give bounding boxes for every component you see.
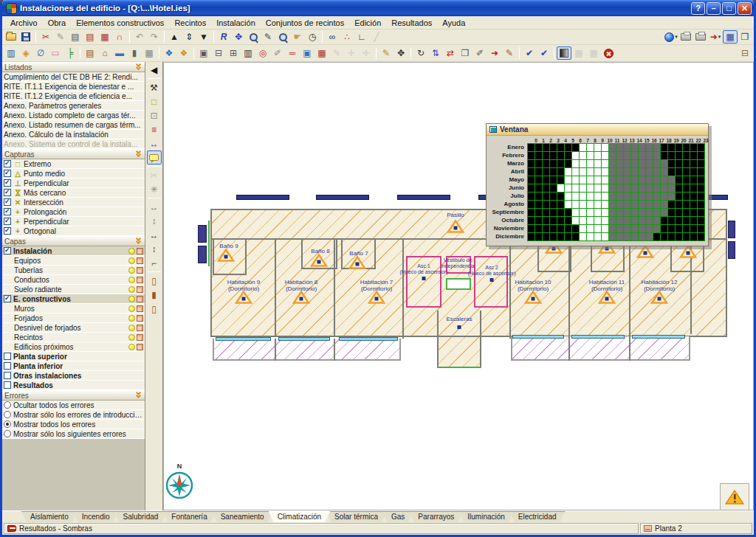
listado-item-rite-it-1-1-exigencia-de-bienestar-e[interactable]: RITE. IT.1.1 Exigencia de bienestar e ..… bbox=[2, 82, 145, 91]
column-2-icon[interactable]: ▯ bbox=[147, 302, 162, 316]
warning-marker[interactable] bbox=[348, 256, 366, 273]
visibility-bulb-icon[interactable] bbox=[128, 305, 135, 312]
detail-box-icon[interactable]: ▣ bbox=[300, 46, 315, 60]
radiator-icon[interactable]: ▥ bbox=[241, 46, 255, 60]
redo-icon[interactable]: ↷ bbox=[147, 30, 162, 44]
erase-icon[interactable]: ✐ bbox=[472, 46, 487, 60]
capa-item-desnivel-de-forjados[interactable]: Desnivel de forjados bbox=[2, 323, 145, 333]
resize-h-icon[interactable]: ↔ bbox=[147, 228, 162, 242]
view-3d-cube-icon[interactable] bbox=[137, 248, 143, 254]
view-3d-cube-icon[interactable] bbox=[137, 277, 143, 283]
visibility-bulb-icon[interactable] bbox=[128, 248, 135, 254]
layer-down-icon[interactable]: ▼ bbox=[196, 30, 211, 44]
view-3d-cube-icon[interactable] bbox=[137, 305, 143, 312]
visibility-bulb-icon[interactable] bbox=[128, 334, 135, 341]
warning-marker[interactable] bbox=[679, 245, 697, 262]
zoom-window-icon[interactable] bbox=[246, 30, 261, 44]
checkbox[interactable] bbox=[4, 295, 11, 302]
north-compass-icon[interactable]: ∅ bbox=[33, 46, 48, 60]
align-2-icon[interactable]: ✛ bbox=[359, 46, 374, 60]
panel-header-capas[interactable]: Capas bbox=[2, 236, 145, 246]
panel-header-errores[interactable]: Errores bbox=[2, 390, 145, 401]
pan-icon[interactable]: ☛ bbox=[290, 30, 305, 44]
visibility-bulb-icon[interactable] bbox=[128, 277, 135, 283]
listado-item-anexo-listado-completo-de-cargas-ter[interactable]: Anexo. Listado completo de cargas tér... bbox=[2, 111, 145, 120]
capa-item-tuberias[interactable]: Tuberías bbox=[2, 266, 145, 275]
trim-icon[interactable]: ✂ bbox=[147, 168, 162, 182]
copy-icon[interactable]: ❐ bbox=[458, 46, 472, 60]
undo-icon[interactable]: ↶ bbox=[132, 30, 147, 44]
print-preview-icon[interactable] bbox=[693, 30, 708, 44]
tab-saneamiento[interactable]: Saneamiento bbox=[212, 511, 273, 522]
capa-extra-planta-inferior[interactable]: Planta inferior bbox=[2, 361, 145, 371]
magnet-icon[interactable]: ∩ bbox=[112, 30, 127, 44]
duct-icon[interactable]: ▣ bbox=[196, 46, 211, 60]
redraw-icon[interactable]: ✎ bbox=[261, 30, 275, 44]
shadows-view-icon[interactable] bbox=[557, 46, 571, 60]
export-grid-icon[interactable]: ▦ bbox=[97, 30, 112, 44]
warning-marker[interactable] bbox=[368, 291, 385, 308]
check-icon[interactable]: ✔ bbox=[522, 46, 537, 60]
check-query-icon[interactable]: ✔ bbox=[537, 46, 551, 60]
error-option-mostrar-solo-los-errores-de-introduccion[interactable]: Mostrar sólo los errores de introducción… bbox=[2, 410, 145, 420]
menu-conjuntos-de-recintos[interactable]: Conjuntos de recintos bbox=[261, 18, 349, 28]
capa-item-muros[interactable]: Muros bbox=[2, 304, 145, 313]
zoom-box-icon[interactable]: □ bbox=[147, 94, 162, 108]
plan-settings-icon[interactable]: ▥ bbox=[4, 46, 18, 60]
warning-marker[interactable] bbox=[292, 291, 310, 308]
checkbox[interactable] bbox=[4, 179, 11, 187]
collapse-panel-icon[interactable]: ◀ bbox=[147, 63, 162, 77]
menu-elementos-constructivos[interactable]: Elementos constructivos bbox=[71, 18, 169, 28]
view-3d-cube-icon[interactable] bbox=[137, 286, 143, 293]
panel-header-capturas[interactable]: Capturas bbox=[2, 149, 145, 159]
tab-solar-termica[interactable]: Solar térmica bbox=[326, 511, 387, 522]
minimize-button[interactable]: – bbox=[707, 2, 721, 15]
checkbox[interactable] bbox=[4, 170, 11, 177]
listado-item-anexo-listado-resumen-de-cargas-term[interactable]: Anexo. Listado resumen de cargas térm... bbox=[2, 120, 145, 130]
checkbox[interactable] bbox=[4, 247, 11, 254]
fancoil-yellow-icon[interactable]: ❖ bbox=[176, 46, 191, 60]
dimension-icon[interactable]: ↔ bbox=[147, 136, 162, 150]
capa-item-edificios-proximos[interactable]: Edificios próximos bbox=[2, 342, 145, 352]
zoom-all-icon[interactable]: ✥ bbox=[231, 30, 246, 44]
visibility-bulb-icon[interactable] bbox=[128, 344, 135, 350]
he5-icon[interactable]: ▦ bbox=[571, 46, 586, 60]
checkbox[interactable] bbox=[4, 189, 11, 196]
radio-button[interactable] bbox=[4, 411, 11, 418]
text-box-icon[interactable]: ▭ bbox=[48, 46, 63, 60]
rotate-icon[interactable]: ↻ bbox=[413, 46, 428, 60]
warning-marker[interactable] bbox=[636, 245, 654, 262]
furniture-icon[interactable]: ⌂ bbox=[97, 46, 112, 60]
menu-resultados[interactable]: Resultados bbox=[386, 18, 437, 28]
references-icon[interactable]: ≡ bbox=[147, 122, 162, 136]
warning-button[interactable] bbox=[720, 483, 749, 510]
resize-v-icon[interactable]: ↕ bbox=[147, 242, 162, 256]
edit-disabled-icon[interactable]: ✎ bbox=[329, 46, 344, 60]
tab-electricidad[interactable]: Electricidad bbox=[509, 511, 566, 522]
window-layout-icon[interactable]: ▦ bbox=[723, 30, 738, 44]
view-3d-cube-icon[interactable] bbox=[137, 344, 143, 350]
zoom-prev-icon[interactable] bbox=[275, 30, 290, 44]
stretch-h-icon[interactable]: ↔ bbox=[147, 200, 162, 214]
menu-edicion[interactable]: Edición bbox=[349, 18, 386, 28]
listado-item-anexo-calculo-de-la-instalacion[interactable]: Anexo. Cálculo de la instalación bbox=[2, 130, 145, 139]
checkbox[interactable] bbox=[4, 198, 11, 206]
view-3d-cube-icon[interactable] bbox=[137, 267, 143, 274]
radio-button[interactable] bbox=[4, 420, 11, 428]
checkbox[interactable] bbox=[4, 208, 11, 215]
view-3d-cube-icon[interactable] bbox=[137, 334, 143, 341]
view-3d-cube-icon[interactable] bbox=[137, 325, 143, 331]
displace-icon[interactable]: ➜ bbox=[487, 46, 502, 60]
red-line-icon[interactable]: ═ bbox=[285, 46, 300, 60]
pencil-icon[interactable]: ✎ bbox=[379, 46, 394, 60]
error-option-mostrar-solo-los-siguientes-errores[interactable]: Mostrar sólo los siguientes errores bbox=[2, 429, 145, 439]
errors-icon[interactable] bbox=[601, 46, 616, 60]
menu-recintos[interactable]: Recintos bbox=[169, 18, 211, 28]
zoom-real-icon[interactable]: R bbox=[216, 30, 231, 44]
warning-marker[interactable] bbox=[598, 291, 616, 308]
resources-editor-icon[interactable]: ✂ bbox=[38, 30, 53, 44]
checkbox[interactable] bbox=[4, 160, 11, 167]
mirror-h-icon[interactable]: ⇄ bbox=[443, 46, 458, 60]
visibility-bulb-icon[interactable] bbox=[128, 267, 135, 274]
capa-item-conductos[interactable]: Conductos bbox=[2, 275, 145, 285]
